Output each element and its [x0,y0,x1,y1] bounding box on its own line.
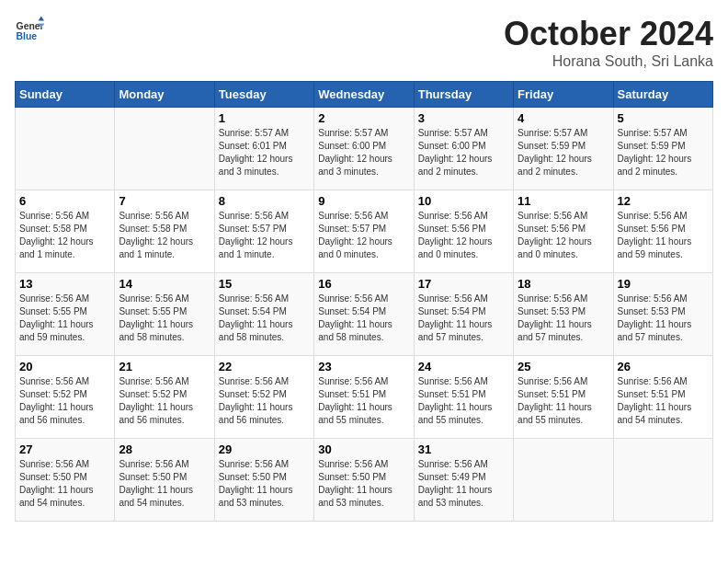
day-info: Sunrise: 5:57 AMSunset: 5:59 PMDaylight:… [518,127,609,178]
location: Horana South, Sri Lanka [504,53,713,70]
day-number: 28 [119,442,210,456]
calendar-cell [115,108,214,190]
day-number: 11 [518,194,609,208]
calendar-cell: 20Sunrise: 5:56 AMSunset: 5:52 PMDayligh… [16,356,115,439]
day-number: 26 [618,360,709,373]
logo-icon: General Blue [15,15,44,44]
calendar-cell: 1Sunrise: 5:57 AMSunset: 6:01 PMDaylight… [214,108,313,190]
day-info: Sunrise: 5:56 AMSunset: 5:50 PMDaylight:… [19,458,110,510]
calendar-cell: 10Sunrise: 5:56 AMSunset: 5:56 PMDayligh… [414,190,513,273]
svg-text:Blue: Blue [17,31,38,41]
calendar-cell: 9Sunrise: 5:56 AMSunset: 5:57 PMDaylight… [314,190,414,273]
calendar-cell: 17Sunrise: 5:56 AMSunset: 5:54 PMDayligh… [414,273,513,356]
page-header: General Blue October 2024 Horana South, … [15,15,713,70]
calendar-cell: 2Sunrise: 5:57 AMSunset: 6:00 PMDaylight… [314,108,414,190]
calendar-cell: 23Sunrise: 5:56 AMSunset: 5:51 PMDayligh… [314,356,414,439]
calendar-cell: 5Sunrise: 5:57 AMSunset: 5:59 PMDaylight… [613,108,712,190]
day-number: 19 [618,277,709,291]
calendar-cell: 6Sunrise: 5:56 AMSunset: 5:58 PMDaylight… [16,190,115,273]
logo: General Blue [15,15,44,44]
day-number: 22 [219,360,310,373]
weekday-header: Friday [514,82,613,108]
day-number: 31 [418,442,509,456]
svg-marker-2 [39,17,44,21]
day-info: Sunrise: 5:56 AMSunset: 5:51 PMDaylight:… [618,375,709,427]
calendar-cell: 11Sunrise: 5:56 AMSunset: 5:56 PMDayligh… [514,190,613,273]
day-number: 17 [418,277,509,291]
calendar-cell [16,108,115,190]
day-info: Sunrise: 5:56 AMSunset: 5:52 PMDaylight:… [219,375,310,427]
day-number: 13 [19,277,110,291]
calendar-cell: 12Sunrise: 5:56 AMSunset: 5:56 PMDayligh… [613,190,712,273]
title-block: October 2024 Horana South, Sri Lanka [504,15,713,70]
day-info: Sunrise: 5:56 AMSunset: 5:58 PMDaylight:… [19,210,110,261]
day-number: 7 [119,194,210,208]
calendar-week-row: 6Sunrise: 5:56 AMSunset: 5:58 PMDaylight… [16,190,713,273]
day-number: 15 [219,277,310,291]
day-number: 2 [318,111,409,125]
day-number: 24 [418,360,509,373]
day-info: Sunrise: 5:56 AMSunset: 5:54 PMDaylight:… [318,293,409,344]
day-info: Sunrise: 5:56 AMSunset: 5:51 PMDaylight:… [518,375,609,427]
calendar-cell [613,439,712,522]
day-info: Sunrise: 5:56 AMSunset: 5:53 PMDaylight:… [518,293,609,344]
day-info: Sunrise: 5:56 AMSunset: 5:51 PMDaylight:… [418,375,509,427]
day-info: Sunrise: 5:57 AMSunset: 5:59 PMDaylight:… [618,127,709,178]
day-info: Sunrise: 5:56 AMSunset: 5:56 PMDaylight:… [418,210,509,261]
calendar-header: SundayMondayTuesdayWednesdayThursdayFrid… [16,82,713,108]
weekday-header: Tuesday [214,82,313,108]
calendar-cell: 8Sunrise: 5:56 AMSunset: 5:57 PMDaylight… [214,190,313,273]
day-number: 5 [618,111,709,125]
weekday-header: Saturday [613,82,712,108]
calendar-cell: 19Sunrise: 5:56 AMSunset: 5:53 PMDayligh… [613,273,712,356]
weekday-header: Monday [115,82,214,108]
day-info: Sunrise: 5:57 AMSunset: 6:01 PMDaylight:… [219,127,310,178]
calendar-cell: 31Sunrise: 5:56 AMSunset: 5:49 PMDayligh… [414,439,513,522]
day-info: Sunrise: 5:56 AMSunset: 5:56 PMDaylight:… [618,210,709,261]
day-number: 16 [318,277,409,291]
day-number: 30 [318,442,409,456]
calendar-cell: 18Sunrise: 5:56 AMSunset: 5:53 PMDayligh… [514,273,613,356]
day-number: 20 [19,360,110,373]
day-number: 23 [318,360,409,373]
day-info: Sunrise: 5:57 AMSunset: 6:00 PMDaylight:… [318,127,409,178]
calendar-cell: 24Sunrise: 5:56 AMSunset: 5:51 PMDayligh… [414,356,513,439]
day-number: 25 [518,360,609,373]
calendar-cell: 27Sunrise: 5:56 AMSunset: 5:50 PMDayligh… [16,439,115,522]
day-info: Sunrise: 5:56 AMSunset: 5:54 PMDaylight:… [418,293,509,344]
calendar-cell: 13Sunrise: 5:56 AMSunset: 5:55 PMDayligh… [16,273,115,356]
day-info: Sunrise: 5:56 AMSunset: 5:58 PMDaylight:… [119,210,210,261]
day-number: 12 [618,194,709,208]
calendar-cell [514,439,613,522]
day-number: 14 [119,277,210,291]
calendar-week-row: 13Sunrise: 5:56 AMSunset: 5:55 PMDayligh… [16,273,713,356]
day-info: Sunrise: 5:56 AMSunset: 5:52 PMDaylight:… [19,375,110,427]
day-number: 29 [219,442,310,456]
day-number: 6 [19,194,110,208]
calendar-cell: 25Sunrise: 5:56 AMSunset: 5:51 PMDayligh… [514,356,613,439]
calendar-cell: 26Sunrise: 5:56 AMSunset: 5:51 PMDayligh… [613,356,712,439]
day-number: 9 [318,194,409,208]
day-info: Sunrise: 5:56 AMSunset: 5:55 PMDaylight:… [119,293,210,344]
day-info: Sunrise: 5:56 AMSunset: 5:51 PMDaylight:… [318,375,409,427]
month-title: October 2024 [504,15,713,53]
day-info: Sunrise: 5:56 AMSunset: 5:54 PMDaylight:… [219,293,310,344]
day-number: 18 [518,277,609,291]
calendar-week-row: 1Sunrise: 5:57 AMSunset: 6:01 PMDaylight… [16,108,713,190]
day-info: Sunrise: 5:56 AMSunset: 5:52 PMDaylight:… [119,375,210,427]
day-number: 3 [418,111,509,125]
calendar-cell: 15Sunrise: 5:56 AMSunset: 5:54 PMDayligh… [214,273,313,356]
day-number: 10 [418,194,509,208]
day-info: Sunrise: 5:56 AMSunset: 5:57 PMDaylight:… [219,210,310,261]
calendar-cell: 7Sunrise: 5:56 AMSunset: 5:58 PMDaylight… [115,190,214,273]
calendar-cell: 21Sunrise: 5:56 AMSunset: 5:52 PMDayligh… [115,356,214,439]
day-info: Sunrise: 5:56 AMSunset: 5:50 PMDaylight:… [119,458,210,510]
calendar-week-row: 20Sunrise: 5:56 AMSunset: 5:52 PMDayligh… [16,356,713,439]
weekday-header: Thursday [414,82,513,108]
day-number: 4 [518,111,609,125]
calendar-week-row: 27Sunrise: 5:56 AMSunset: 5:50 PMDayligh… [16,439,713,522]
calendar-cell: 3Sunrise: 5:57 AMSunset: 6:00 PMDaylight… [414,108,513,190]
day-number: 1 [219,111,310,125]
calendar-cell: 29Sunrise: 5:56 AMSunset: 5:50 PMDayligh… [214,439,313,522]
day-info: Sunrise: 5:56 AMSunset: 5:50 PMDaylight:… [318,458,409,510]
